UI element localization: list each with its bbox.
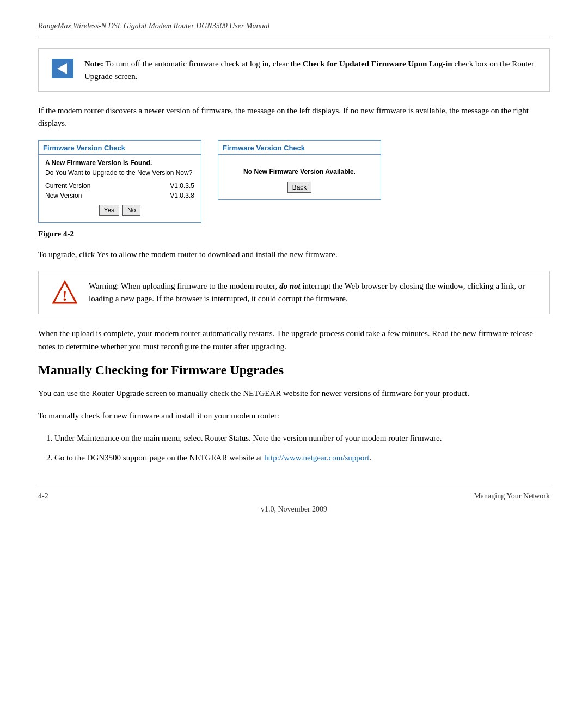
back-button[interactable]: Back <box>287 182 312 193</box>
footer-left: 4-2 <box>38 492 48 501</box>
warning-text-part1: When uploading firmware to the modem rou… <box>119 282 279 290</box>
current-version-value: V1.0.3.5 <box>170 182 194 190</box>
note-box: Note: To turn off the automatic firmware… <box>38 48 550 92</box>
figures-row: Firmware Version Check A New Firmware Ve… <box>38 140 550 223</box>
warning-label: Warning: <box>89 282 119 290</box>
firmware-box-no-new: Firmware Version Check No New Firmware V… <box>218 140 381 200</box>
yes-button[interactable]: Yes <box>99 205 120 216</box>
list-item-2: Go to the DGN3500 support page on the NE… <box>54 452 550 464</box>
figure-label: Figure 4-2 <box>38 229 550 239</box>
footer-center: v1.0, November 2009 <box>38 505 550 514</box>
firmware-buttons: Yes No <box>45 205 194 216</box>
svg-text:!: ! <box>62 287 67 304</box>
header-rule <box>38 35 550 35</box>
note-bold1: Check for Updated Firmware Upon Log-in <box>303 59 452 68</box>
para2-rest: to allow the modem router to download an… <box>108 250 337 259</box>
header-title: RangeMax Wireless-N DSL Gigabit Modem Ro… <box>38 22 550 31</box>
upload-complete-paragraph: When the upload is complete, your modem … <box>38 327 550 353</box>
note-label: Note: <box>84 59 103 68</box>
manually-check-intro: To manually check for new firmware and i… <box>38 410 550 422</box>
firmware-box-new: Firmware Version Check A New Firmware Ve… <box>38 140 201 223</box>
router-upgrade-paragraph: You can use the Router Upgrade screen to… <box>38 387 550 400</box>
current-version-label: Current Version <box>45 182 90 190</box>
list-item-2-text: Go to the DGN3500 support page on the NE… <box>54 453 264 462</box>
footer-right: Managing Your Network <box>474 492 550 501</box>
list-item-2-after: . <box>370 453 372 462</box>
note-content: Note: To turn off the automatic firmware… <box>84 58 538 82</box>
upgrade-paragraph: To upgrade, click Yes to allow the modem… <box>38 248 550 261</box>
para2-bold: Yes <box>97 250 109 259</box>
firmware-box2-buttons: Back <box>225 182 374 193</box>
steps-list: Under Maintenance on the main menu, sele… <box>54 432 550 464</box>
footer-rule <box>38 486 550 486</box>
firmware-new-row: New Version V1.0.3.8 <box>45 192 194 199</box>
firmware-box1-title: Firmware Version Check <box>39 141 201 155</box>
warning-do-not: do not <box>279 282 301 290</box>
new-version-label: New Version <box>45 192 82 199</box>
no-button[interactable]: No <box>122 205 140 216</box>
firmware-question-text: Do You Want to Upgrade to the New Versio… <box>45 169 194 176</box>
no-firmware-message: No New Firmware Version Available. <box>225 168 374 175</box>
firmware-box2-body: No New Firmware Version Available. Back <box>218 155 381 199</box>
section-heading: Manually Checking for Firmware Upgrades <box>38 363 550 378</box>
firmware-box1-body: A New Firmware Version is Found. Do You … <box>39 155 201 222</box>
para2-text: To upgrade, click <box>38 250 97 259</box>
list-item-1: Under Maintenance on the main menu, sele… <box>54 432 550 445</box>
warning-content: Warning: When uploading firmware to the … <box>89 280 538 306</box>
note-text-part1: To turn off the automatic firmware check… <box>103 59 303 68</box>
warning-box: ! Warning: When uploading firmware to th… <box>38 271 550 315</box>
arrow-icon <box>50 58 76 80</box>
intro-paragraph: If the modem router discovers a newer ve… <box>38 105 550 130</box>
list-item-1-text: Under Maintenance on the main menu, sele… <box>54 434 442 442</box>
firmware-box2-title: Firmware Version Check <box>218 141 381 155</box>
warning-icon: ! <box>50 280 80 305</box>
netgear-support-link[interactable]: http://www.netgear.com/support <box>264 453 369 462</box>
firmware-found-text: A New Firmware Version is Found. <box>45 159 194 167</box>
footer-row: 4-2 Managing Your Network <box>38 492 550 501</box>
firmware-current-row: Current Version V1.0.3.5 <box>45 182 194 190</box>
new-version-value: V1.0.3.8 <box>170 192 194 199</box>
